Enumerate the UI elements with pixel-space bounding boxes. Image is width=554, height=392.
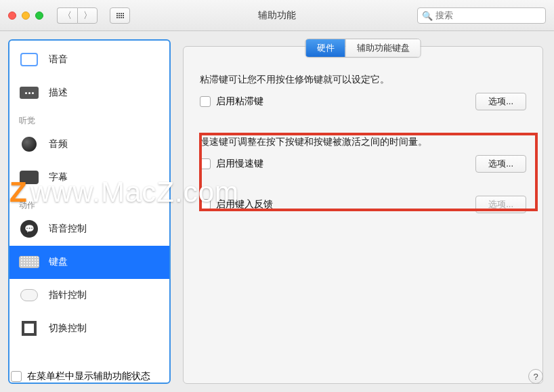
tab-group: 硬件 辅助功能键盘 — [305, 39, 421, 58]
window-controls — [8, 12, 43, 20]
back-button[interactable]: 〈 — [57, 7, 77, 24]
sidebar-item-audio[interactable]: 音频 — [9, 128, 169, 161]
subtitle-icon — [20, 171, 39, 184]
sidebar-item-label: 字幕 — [49, 171, 68, 183]
sidebar-section-motor: 动作 — [9, 194, 169, 213]
sidebar-item-pointer[interactable]: 指针控制 — [9, 279, 169, 312]
checkbox-icon[interactable] — [200, 96, 211, 107]
voice-control-icon — [20, 220, 38, 238]
main-panel: 硬件 辅助功能键盘 粘滞键可让您不用按住修饰键就可以设定它。 启用粘滞键 选项.… — [183, 46, 543, 384]
pointer-icon — [20, 289, 38, 301]
sidebar-item-label: 音频 — [49, 138, 68, 150]
help-icon: ? — [533, 372, 538, 382]
sidebar-item-label: 指针控制 — [49, 289, 87, 301]
slow-options-button[interactable]: 选项... — [475, 155, 526, 173]
sidebar-item-switch[interactable]: 切换控制 — [9, 312, 169, 345]
search-input[interactable] — [417, 7, 546, 24]
search-icon: 🔍 — [422, 11, 433, 21]
sidebar-item-label: 语音 — [49, 53, 68, 66]
sidebar-item-speech[interactable]: 语音 — [9, 43, 169, 77]
menubar-checkbox-label: 在菜单栏中显示辅助功能状态 — [27, 370, 150, 383]
sticky-options-button[interactable]: 选项... — [475, 93, 526, 110]
speaker-icon — [22, 137, 37, 152]
sidebar-item-label: 描述 — [49, 87, 68, 99]
sticky-enable-row[interactable]: 启用粘滞键 — [200, 95, 263, 108]
titlebar: 〈 〉 辅助功能 🔍 — [0, 0, 554, 31]
sidebar-item-voicecontrol[interactable]: 语音控制 — [9, 213, 169, 246]
tab-a11y-keyboard[interactable]: 辅助功能键盘 — [345, 39, 421, 57]
sidebar-item-subtitle[interactable]: 字幕 — [9, 161, 169, 194]
keyboard-icon — [19, 256, 39, 268]
close-icon[interactable] — [8, 12, 16, 20]
tab-hardware[interactable]: 硬件 — [306, 39, 345, 57]
typing-enable-row[interactable]: 启用键入反馈 — [200, 198, 273, 211]
forward-button[interactable]: 〉 — [77, 7, 98, 24]
sidebar-item-keyboard[interactable]: 键盘 — [9, 246, 169, 279]
nav-buttons: 〈 〉 — [57, 7, 98, 24]
chevron-right-icon: 〉 — [83, 9, 92, 22]
sticky-enable-label: 启用粘滞键 — [216, 95, 263, 108]
sidebar-item-label: 切换控制 — [49, 322, 87, 334]
slow-enable-label: 启用慢速键 — [216, 158, 263, 170]
typing-enable-label: 启用键入反馈 — [216, 198, 273, 211]
checkbox-icon[interactable] — [11, 371, 22, 382]
describe-icon — [20, 87, 39, 99]
chevron-left-icon: 〈 — [63, 9, 72, 22]
slow-enable-row[interactable]: 启用慢速键 — [200, 158, 263, 170]
zoom-icon[interactable] — [35, 12, 43, 20]
typing-options-button: 选项... — [475, 196, 526, 213]
sticky-desc: 粘滞键可让您不用按住修饰键就可以设定它。 — [200, 74, 526, 86]
minimize-icon[interactable] — [22, 12, 30, 20]
checkbox-icon[interactable] — [200, 158, 211, 169]
sidebar-item-label: 语音控制 — [49, 223, 87, 235]
menubar-checkbox-row[interactable]: 在菜单栏中显示辅助功能状态 — [11, 370, 150, 383]
sidebar: 语音 描述 听觉 音频 字幕 动作 语音控制 键盘 指针控制 — [8, 39, 171, 384]
sidebar-item-label: 键盘 — [49, 256, 68, 268]
help-button[interactable]: ? — [528, 369, 543, 384]
grid-icon — [116, 13, 124, 18]
checkbox-icon[interactable] — [200, 199, 211, 210]
speech-icon — [20, 53, 38, 66]
show-all-button[interactable] — [110, 7, 130, 24]
switch-control-icon — [22, 321, 37, 336]
sidebar-item-describe[interactable]: 描述 — [9, 77, 169, 110]
sidebar-section-hear: 听觉 — [9, 110, 169, 128]
slow-desc: 慢速键可调整在按下按键和按键被激活之间的时间量。 — [200, 136, 526, 148]
